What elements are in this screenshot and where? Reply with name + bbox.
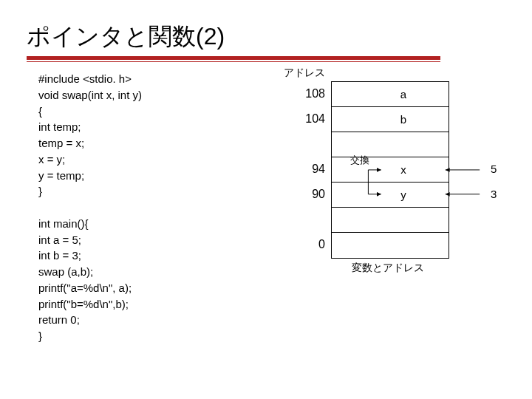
table-row: b (332, 107, 449, 132)
cell-x: x (400, 163, 406, 176)
table-row (332, 132, 449, 157)
cell-b: b (400, 113, 406, 126)
addr-90: 90 (296, 188, 325, 201)
addr-104: 104 (296, 112, 325, 126)
code-block: #include <stdio. h> void swap(int x, int… (27, 71, 248, 352)
slide: ポインタと関数(2) #include <stdio. h> void swap… (0, 0, 532, 399)
cell-a: a (400, 88, 406, 100)
title-rule-thin (27, 61, 440, 62)
table-row: x (332, 157, 449, 183)
table-row (332, 233, 449, 258)
title-rule-thick (27, 56, 440, 60)
memory-table: a b x y (331, 81, 449, 259)
content-row: #include <stdio. h> void swap(int x, int… (27, 71, 505, 352)
ext-value-y: 3 (491, 188, 497, 200)
addr-0: 0 (296, 238, 325, 251)
memory-diagram: アドレス 108 104 94 90 0 a b x y 交換 5 3 変数とア… (248, 71, 505, 352)
ext-value-x: 5 (491, 163, 497, 175)
table-row: y (332, 183, 449, 208)
table-row (332, 208, 449, 233)
swap-label: 交換 (350, 154, 369, 167)
table-row: a (332, 82, 449, 107)
addr-94: 94 (296, 163, 325, 176)
diagram-caption: 変数とアドレス (352, 262, 424, 275)
address-header: アドレス (284, 66, 325, 80)
slide-title: ポインタと関数(2) (27, 21, 505, 53)
addr-108: 108 (296, 87, 325, 100)
cell-y: y (400, 188, 406, 201)
